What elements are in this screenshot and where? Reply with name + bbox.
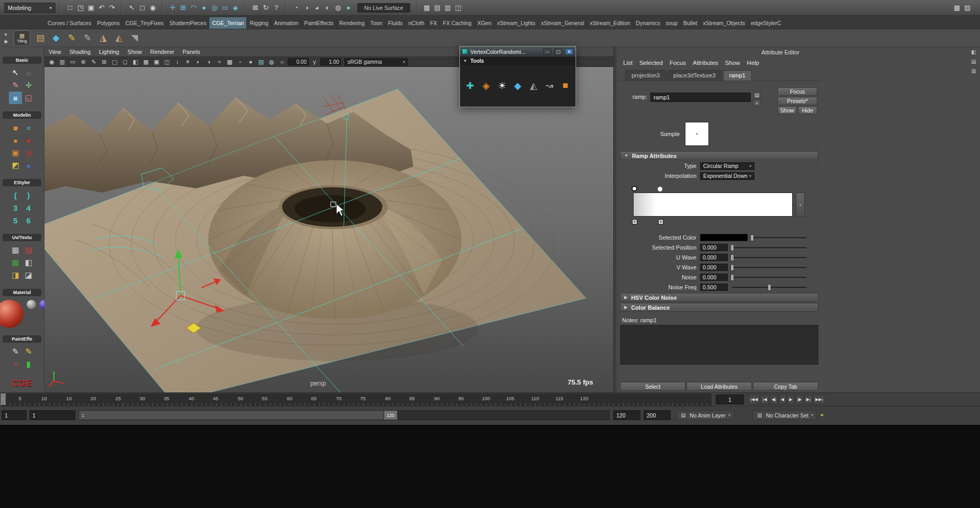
viewport-menu-item[interactable]: Panels: [183, 49, 200, 55]
viewport-menu-item[interactable]: View: [49, 49, 61, 55]
frame-all-icon[interactable]: ↕: [173, 58, 182, 66]
tab-projection3[interactable]: projection3: [625, 70, 666, 81]
image-plane-icon[interactable]: ▭: [68, 58, 77, 66]
multisample-icon[interactable]: ▩: [225, 58, 234, 66]
animation-start-field[interactable]: [2, 410, 27, 420]
textured-icon[interactable]: ▨: [256, 58, 266, 66]
presets-button[interactable]: Presets*: [778, 97, 817, 105]
shelf-tab[interactable]: Toon: [368, 17, 386, 29]
maximize-button[interactable]: ▢: [554, 48, 562, 55]
workspace-layout-icon[interactable]: ▩: [952, 3, 962, 13]
shelf-tab[interactable]: xStream_Edition: [587, 17, 633, 29]
exposure-field[interactable]: [288, 58, 309, 65]
open-scene-icon[interactable]: ◳: [75, 3, 86, 13]
ramp-gradient-bar[interactable]: [633, 193, 793, 217]
time-slider-ruler[interactable]: 1510152025303540455055606570758085909510…: [0, 393, 712, 406]
paint-select-tool-icon[interactable]: ✎: [9, 79, 22, 92]
attribute-editor-menu-item[interactable]: List: [623, 60, 633, 66]
viewport-menu-item[interactable]: Show: [128, 49, 142, 55]
poly-plane-icon[interactable]: ◩: [9, 159, 22, 172]
glow-sphere-icon[interactable]: ☀: [497, 80, 507, 92]
hypergraph-icon[interactable]: ◫: [453, 3, 464, 13]
construction-history-icon[interactable]: ↻: [261, 3, 271, 13]
playback-start-field[interactable]: [29, 410, 75, 420]
shelf-tab[interactable]: soup: [663, 17, 681, 29]
shelf-tab[interactable]: Rendering: [336, 17, 367, 29]
attribute-editor-menu-item[interactable]: Focus: [670, 60, 686, 66]
paint-brush-tool-icon[interactable]: ✎: [9, 345, 22, 358]
gate-mask-icon[interactable]: ◧: [131, 58, 140, 66]
save-scene-icon[interactable]: ▣: [86, 3, 96, 13]
show-button[interactable]: Show: [778, 106, 797, 115]
shadows-icon[interactable]: ◐: [194, 58, 203, 66]
move-tool-icon[interactable]: ✛: [22, 79, 35, 92]
step-back-key-button[interactable]: |◀: [760, 394, 769, 404]
checker-diamond-icon[interactable]: ◈: [481, 80, 491, 92]
toggle-panels-icon[interactable]: ▨: [962, 3, 973, 13]
slider-handle[interactable]: [768, 284, 771, 291]
attribute-editor-toggle-icon[interactable]: ▤: [970, 58, 977, 65]
animation-end-field[interactable]: [644, 410, 671, 420]
poly-sphere-icon[interactable]: ●: [9, 134, 22, 146]
ramp-handle[interactable]: [658, 187, 662, 191]
snap-cross-icon[interactable]: ✛: [167, 3, 178, 13]
ramp-delete-handle[interactable]: ✕: [632, 219, 637, 224]
shelf-paint-brush-icon[interactable]: ✎: [65, 31, 78, 45]
close-button[interactable]: ✕: [565, 48, 573, 55]
toolbox-section-modeling[interactable]: Modelin: [3, 111, 41, 119]
uv-gold-icon[interactable]: ◨: [9, 269, 22, 281]
tab-place3dtexture3[interactable]: place3dTexture3: [667, 70, 722, 81]
new-scene-icon[interactable]: □: [65, 3, 75, 13]
hsv-color-noise-section[interactable]: ▶ HSV Color Noise: [620, 293, 818, 302]
lighting-icon[interactable]: ☀: [183, 58, 193, 66]
color-balance-section[interactable]: ▶ Color Balance: [620, 303, 818, 312]
viewport-menu-item[interactable]: Lighting: [99, 49, 119, 55]
estyler-bracket-right-icon[interactable]: ): [22, 189, 35, 201]
play-backwards-button[interactable]: ◀: [779, 394, 786, 404]
shelf-tab[interactable]: Bullet: [681, 17, 700, 29]
step-back-frame-button[interactable]: ◀|: [770, 394, 778, 404]
play-forwards-button[interactable]: ▶: [787, 394, 795, 404]
shelf-tab-toggle-icon[interactable]: ▾: [2, 31, 9, 38]
notes-box[interactable]: [620, 325, 818, 365]
estyler-5-icon[interactable]: 5: [9, 214, 22, 227]
paint-pencil-yellow-icon[interactable]: ✎: [22, 345, 35, 358]
film-gate-icon[interactable]: ▢: [110, 58, 119, 66]
shelf-terrain-chunk-icon[interactable]: ◭: [112, 31, 126, 45]
texture-list-icon[interactable]: ▤: [753, 92, 761, 98]
shelf-tab[interactable]: nCloth: [406, 17, 427, 29]
range-slider-bar[interactable]: 1 120: [79, 411, 397, 420]
shelf-menu-icon[interactable]: ✱: [2, 38, 9, 45]
view-transform-dropdown[interactable]: sRGB gamma ▾: [344, 58, 408, 66]
viewport-canvas[interactable]: persp 75.5 fps: [44, 67, 613, 392]
select-button[interactable]: Select: [620, 382, 685, 391]
shelf-tab[interactable]: Polygons: [94, 17, 122, 29]
viewport-menu-item[interactable]: Shading: [70, 49, 91, 55]
render-settings-icon[interactable]: ◐: [322, 3, 333, 13]
uv-half-icon[interactable]: ◧: [22, 256, 35, 269]
playback-end-field[interactable]: [613, 410, 640, 420]
select-tool-icon[interactable]: ↖: [9, 66, 22, 79]
add-tool-icon[interactable]: ✚: [465, 80, 475, 92]
copy-tab-button[interactable]: Copy Tab: [753, 382, 818, 391]
safe-title-icon[interactable]: ◫: [162, 58, 172, 66]
range-slider[interactable]: 1 120: [78, 410, 610, 420]
cube-tool-icon[interactable]: ■: [560, 80, 570, 92]
snap-to-point-icon[interactable]: ●: [199, 3, 209, 13]
focus-button[interactable]: Focus: [778, 87, 817, 96]
attribute-editor-menu-item[interactable]: Attributes: [693, 60, 718, 66]
go-to-start-button[interactable]: |◀◀: [748, 394, 760, 404]
shelf-excavator-icon[interactable]: ◥: [128, 31, 141, 45]
ipr-render-icon[interactable]: ◕: [312, 3, 322, 13]
shelf-tiling-button[interactable]: ▦ Tiling: [14, 30, 30, 46]
lock-icon[interactable]: ⊠: [250, 3, 261, 13]
ambient-occlusion-icon[interactable]: ◑: [204, 58, 213, 66]
uv-editor-icon[interactable]: ▤: [432, 3, 443, 13]
estyler-3-icon[interactable]: 3: [9, 201, 22, 214]
estyler-6-icon[interactable]: 6: [22, 214, 35, 227]
shelf-tab[interactable]: Curves / Surfaces: [45, 17, 94, 29]
shelf-blue-diamond-icon[interactable]: ◆: [49, 31, 63, 45]
shelf-tab[interactable]: CGE_Terrian: [209, 17, 247, 29]
undo-icon[interactable]: ↶: [96, 3, 107, 13]
grid-icon[interactable]: ⊞: [99, 58, 109, 66]
